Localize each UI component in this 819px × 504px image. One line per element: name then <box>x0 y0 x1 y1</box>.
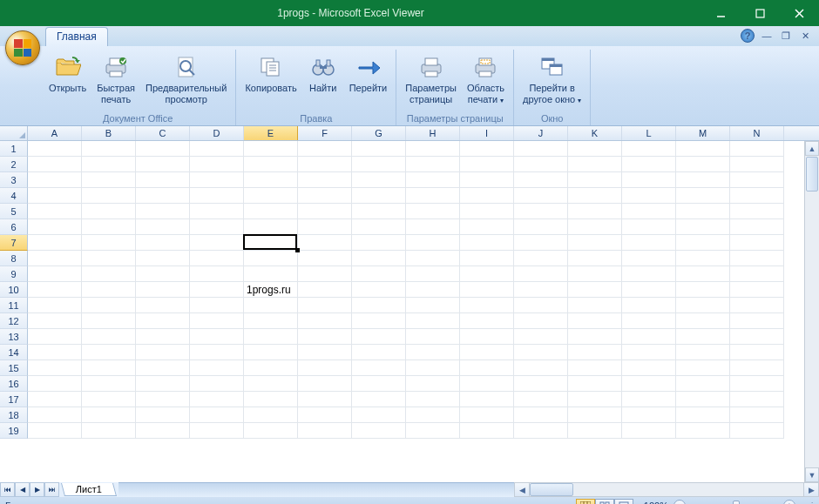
cell-F11[interactable] <box>298 298 352 313</box>
scroll-down-button[interactable]: ▼ <box>805 467 819 482</box>
cell-K3[interactable] <box>568 172 622 188</box>
cell-D17[interactable] <box>190 392 244 407</box>
cell-C5[interactable] <box>136 204 190 219</box>
cell-G19[interactable] <box>352 423 406 439</box>
cell-H6[interactable] <box>406 219 460 235</box>
cell-E11[interactable] <box>244 298 298 313</box>
cell-I13[interactable] <box>460 329 514 345</box>
page-setup-button[interactable]: Параметры страницы <box>402 51 460 106</box>
sheet-last-button[interactable]: ⏭ <box>44 482 59 497</box>
cell-G12[interactable] <box>352 313 406 329</box>
row-header-15[interactable]: 15 <box>0 360 28 376</box>
fill-handle[interactable] <box>295 248 300 252</box>
zoom-level[interactable]: 100% <box>644 501 668 504</box>
cell-D3[interactable] <box>190 172 244 188</box>
cell-A10[interactable] <box>28 282 82 298</box>
cell-C12[interactable] <box>136 313 190 329</box>
cell-H4[interactable] <box>406 188 460 204</box>
cell-K4[interactable] <box>568 188 622 204</box>
row-header-3[interactable]: 3 <box>0 172 28 188</box>
cell-F17[interactable] <box>298 392 352 407</box>
cell-G1[interactable] <box>352 141 406 157</box>
cell-K12[interactable] <box>568 313 622 329</box>
cell-B12[interactable] <box>82 313 136 329</box>
cell-A9[interactable] <box>28 266 82 282</box>
cell-I9[interactable] <box>460 266 514 282</box>
cell-L17[interactable] <box>622 392 676 407</box>
cell-E4[interactable] <box>244 188 298 204</box>
cell-B19[interactable] <box>82 423 136 439</box>
cell-B3[interactable] <box>82 172 136 188</box>
row-header-11[interactable]: 11 <box>0 298 28 313</box>
cell-F18[interactable] <box>298 407 352 423</box>
cell-A18[interactable] <box>28 407 82 423</box>
cell-L4[interactable] <box>622 188 676 204</box>
cell-D11[interactable] <box>190 298 244 313</box>
cell-I2[interactable] <box>460 157 514 172</box>
cell-G16[interactable] <box>352 376 406 392</box>
cell-I4[interactable] <box>460 188 514 204</box>
cell-L3[interactable] <box>622 172 676 188</box>
cell-D4[interactable] <box>190 188 244 204</box>
cell-D18[interactable] <box>190 407 244 423</box>
cell-H16[interactable] <box>406 376 460 392</box>
cell-I14[interactable] <box>460 345 514 360</box>
cell-J6[interactable] <box>514 219 568 235</box>
cell-E1[interactable] <box>244 141 298 157</box>
cell-G2[interactable] <box>352 157 406 172</box>
cell-I18[interactable] <box>460 407 514 423</box>
cell-B5[interactable] <box>82 204 136 219</box>
cell-F7[interactable] <box>298 235 352 251</box>
cell-M16[interactable] <box>676 376 730 392</box>
cell-L15[interactable] <box>622 360 676 376</box>
horizontal-scrollbar[interactable]: ◀ ▶ <box>514 482 819 497</box>
cell-J11[interactable] <box>514 298 568 313</box>
find-button[interactable]: Найти <box>304 51 342 96</box>
cell-I5[interactable] <box>460 204 514 219</box>
cell-N13[interactable] <box>730 329 784 345</box>
hscroll-track[interactable] <box>530 483 803 496</box>
cell-E19[interactable] <box>244 423 298 439</box>
cell-N4[interactable] <box>730 188 784 204</box>
cell-I1[interactable] <box>460 141 514 157</box>
cell-D13[interactable] <box>190 329 244 345</box>
cell-L2[interactable] <box>622 157 676 172</box>
cell-N17[interactable] <box>730 392 784 407</box>
cell-N14[interactable] <box>730 345 784 360</box>
column-header-J[interactable]: J <box>514 126 568 140</box>
cell-A15[interactable] <box>28 360 82 376</box>
cell-K19[interactable] <box>568 423 622 439</box>
cell-M19[interactable] <box>676 423 730 439</box>
cell-C4[interactable] <box>136 188 190 204</box>
cell-G9[interactable] <box>352 266 406 282</box>
cell-A7[interactable] <box>28 235 82 251</box>
cell-B16[interactable] <box>82 376 136 392</box>
cell-F4[interactable] <box>298 188 352 204</box>
cell-J13[interactable] <box>514 329 568 345</box>
row-header-10[interactable]: 10 <box>0 282 28 298</box>
cell-J4[interactable] <box>514 188 568 204</box>
cell-E15[interactable] <box>244 360 298 376</box>
cell-D1[interactable] <box>190 141 244 157</box>
column-header-D[interactable]: D <box>190 126 244 140</box>
cell-B10[interactable] <box>82 282 136 298</box>
cell-A8[interactable] <box>28 251 82 266</box>
cells-area[interactable]: 1progs.ru <box>28 141 804 482</box>
cell-G3[interactable] <box>352 172 406 188</box>
column-header-C[interactable]: C <box>136 126 190 140</box>
cell-D19[interactable] <box>190 423 244 439</box>
cell-A4[interactable] <box>28 188 82 204</box>
cell-G8[interactable] <box>352 251 406 266</box>
cell-E2[interactable] <box>244 157 298 172</box>
cell-N6[interactable] <box>730 219 784 235</box>
cell-H17[interactable] <box>406 392 460 407</box>
cell-C3[interactable] <box>136 172 190 188</box>
cell-H15[interactable] <box>406 360 460 376</box>
view-normal-button[interactable] <box>576 499 595 504</box>
row-header-14[interactable]: 14 <box>0 345 28 360</box>
cell-M11[interactable] <box>676 298 730 313</box>
cell-N18[interactable] <box>730 407 784 423</box>
cell-M12[interactable] <box>676 313 730 329</box>
row-header-5[interactable]: 5 <box>0 204 28 219</box>
cell-L8[interactable] <box>622 251 676 266</box>
